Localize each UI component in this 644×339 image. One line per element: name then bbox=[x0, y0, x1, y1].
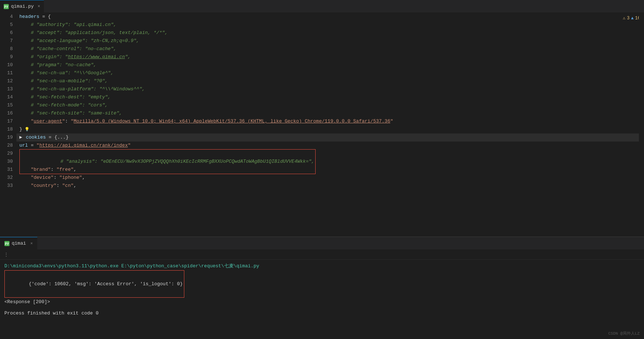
code-line-14: # "sec-fetch-dest": "empty", bbox=[16, 93, 644, 101]
terminal-exit-line: Process finished with exit code 0 bbox=[4, 309, 640, 317]
terminal-content: D:\miniconda3\envs\python3.11\python.exe… bbox=[0, 260, 644, 339]
terminal-run-path: D:\miniconda3\envs\python3.11\python.exe… bbox=[4, 262, 640, 270]
editor-area: ⚠ 3 ▲ 16 4 5 6 7 8 9 10 11 12 13 14 15 1… bbox=[0, 13, 644, 237]
toolbar-dots-button[interactable]: ⋮ bbox=[3, 251, 10, 258]
code-line-4: headers = { bbox=[16, 13, 644, 21]
panel-tab-qimai[interactable]: py qimai × bbox=[0, 237, 37, 250]
watermark-text: CSDN @局外人LZ bbox=[608, 331, 640, 336]
code-line-28: url = "https://api.qimai.cn/rank/index" bbox=[16, 142, 644, 150]
code-line-9: # "origin": "https://www.qimai.cn", bbox=[16, 53, 644, 61]
panel-tab-bar: py qimai × bbox=[0, 237, 644, 250]
code-line-33: "country": "cn", bbox=[16, 182, 644, 190]
panel-tab-label: qimai bbox=[12, 241, 26, 246]
code-line-32: "device": "iphone", bbox=[16, 174, 644, 182]
editor-wrapper: 4 5 6 7 8 9 10 11 12 13 14 15 16 17 18 1… bbox=[0, 13, 644, 237]
code-line-7: # "accept-language": "zh-CN,zh;q=0.9", bbox=[16, 37, 644, 45]
code-line-19: ▶ cookies = {...} bbox=[16, 133, 644, 142]
code-line-13: # "sec-ch-ua-platform": "^\\^Windows^^", bbox=[16, 85, 644, 93]
code-line-10: # "pragma": "no-cache", bbox=[16, 61, 644, 69]
terminal-exit-text: Process finished with exit code 0 bbox=[4, 309, 98, 317]
terminal-output-line1: {'code': 10602, 'msg': 'Access Error', '… bbox=[4, 270, 640, 297]
code-line-8: # "cache-control": "no-cache", bbox=[16, 45, 644, 53]
code-line-16: # "sec-fetch-site": "same-site", bbox=[16, 109, 644, 117]
tab-bar: py qimai.py × bbox=[0, 0, 644, 13]
tab-close-button[interactable]: × bbox=[38, 4, 40, 9]
terminal-error-text: {'code': 10602, 'msg': 'Access Error', '… bbox=[29, 281, 182, 287]
panel-python-icon: py bbox=[4, 241, 10, 246]
toolbar-dots-icon: ⋮ bbox=[4, 252, 8, 257]
code-line-6: # "accept": "application/json, text/plai… bbox=[16, 29, 644, 37]
code-line-15: # "sec-fetch-mode": "cors", bbox=[16, 101, 644, 109]
terminal-error-output: {'code': 10602, 'msg': 'Access Error', '… bbox=[4, 270, 184, 297]
code-line-12: # "sec-ch-ua-mobile": "?0", bbox=[16, 77, 644, 85]
code-content[interactable]: headers = { # "authority": "api.qimai.cn… bbox=[16, 13, 644, 237]
code-line-30: # "analysis": "eDEnECU/Nw9vX3OPPjZVQQQhX… bbox=[16, 158, 644, 166]
tab-filename: qimai.py bbox=[11, 4, 34, 9]
run-path-text: D:\miniconda3\envs\python3.11\python.exe… bbox=[4, 262, 259, 270]
code-line-11: # "sec-ch-ua": "^\\^Google^", bbox=[16, 69, 644, 77]
line-numbers: 4 5 6 7 8 9 10 11 12 13 14 15 16 17 18 1… bbox=[0, 13, 16, 237]
code-line-17: "user-agent": "Mozilla/5.0 (Windows NT 1… bbox=[16, 117, 644, 125]
code-line-18: } 💡 bbox=[16, 125, 644, 133]
terminal-response-text: <Response [200]> bbox=[4, 298, 50, 306]
code-line-5: # "authority": "api.qimai.cn", bbox=[16, 21, 644, 29]
terminal-output-line2: <Response [200]> bbox=[4, 298, 640, 306]
editor-tab[interactable]: py qimai.py × bbox=[0, 0, 44, 13]
watermark: CSDN @局外人LZ bbox=[608, 331, 640, 336]
bottom-panel: py qimai × ⋮ D:\miniconda3\envs\python3.… bbox=[0, 237, 644, 339]
code-line-31: "brand": "free", bbox=[16, 166, 644, 174]
editor-scrollbar[interactable] bbox=[639, 13, 644, 237]
panel-tab-close[interactable]: × bbox=[30, 241, 33, 246]
panel-toolbar: ⋮ bbox=[0, 250, 644, 260]
python-file-icon: py bbox=[4, 4, 9, 9]
